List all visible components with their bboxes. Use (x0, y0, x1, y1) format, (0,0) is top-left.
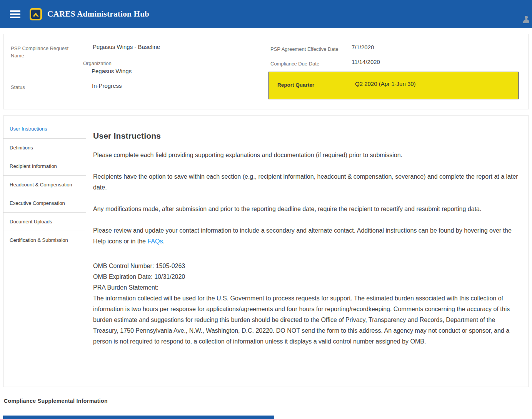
omb-expiration-date: OMB Expiration Date: 10/31/2020 (93, 272, 521, 282)
report-quarter-value: Q2 2020 (Apr 1-Jun 30) (355, 80, 416, 87)
instruction-paragraph-4: Please review and update your contact in… (93, 225, 521, 247)
app-logo-icon (30, 8, 42, 20)
report-form-panel: User Instructions Definitions Recipient … (3, 116, 529, 387)
omb-statement-block: OMB Control Number: 1505-0263 OMB Expira… (93, 261, 521, 347)
instruction-paragraph-2: Recipients have the option to save withi… (93, 171, 521, 193)
report-quarter-highlight: Report Quarter Q2 2020 (Apr 1-Jun 30) (269, 72, 519, 99)
page-title: User Instructions (93, 131, 521, 141)
tab-executive-compensation[interactable]: Executive Compensation (3, 194, 86, 212)
effective-date-label: PSP Agreement Effective Date (270, 45, 339, 53)
supplemental-section-bar[interactable] (3, 416, 274, 419)
report-quarter-label: Report Quarter (277, 82, 314, 88)
request-name-value: Pegasus Wings - Baseline (93, 44, 160, 50)
tab-headcount-compensation[interactable]: Headcount & Compensation (3, 175, 86, 194)
menu-icon[interactable] (10, 10, 20, 18)
menu-bar (10, 10, 20, 12)
instruction-paragraph-3: Any modifications made, after submission… (93, 204, 521, 215)
menu-bar (10, 13, 20, 15)
tab-certification-submission[interactable]: Certification & Submission (3, 231, 86, 249)
supplemental-section-title: Compliance Supplemental Information (4, 398, 532, 404)
pra-burden-text: The information collected will be used f… (93, 293, 521, 347)
menu-bar (10, 17, 20, 18)
faqs-link[interactable]: FAQs (147, 238, 163, 245)
request-name-label: PSP Compliance Request Name (11, 45, 77, 59)
instructions-content: User Instructions Please complete each f… (86, 116, 529, 387)
instruction-paragraph-4-period: . (163, 238, 164, 245)
status-label: Status (11, 84, 25, 91)
compliance-summary-panel: PSP Compliance Request Name Pegasus Wing… (3, 34, 529, 109)
tab-definitions[interactable]: Definitions (3, 138, 86, 157)
app-logo-shield (31, 10, 40, 19)
organization-value: Pegasus Wings (92, 68, 132, 74)
app-title: CARES Administration Hub (47, 9, 149, 19)
organization-label: Organization (83, 60, 112, 67)
tab-recipient-information[interactable]: Recipient Information (3, 157, 86, 175)
pra-burden-label: PRA Burden Statement: (93, 282, 521, 293)
tab-user-instructions[interactable]: User Instructions (3, 120, 86, 138)
instruction-paragraph-1: Please complete each field providing sup… (93, 150, 521, 161)
due-date-value: 11/14/2020 (352, 59, 380, 65)
status-value: In-Progress (92, 82, 122, 89)
due-date-label: Compliance Due Date (270, 60, 319, 67)
effective-date-value: 7/1/2020 (352, 44, 374, 50)
tab-document-uploads[interactable]: Document Uploads (3, 212, 86, 231)
section-tabs: User Instructions Definitions Recipient … (3, 116, 86, 387)
omb-control-number: OMB Control Number: 1505-0263 (93, 261, 521, 272)
app-bar: CARES Administration Hub (0, 0, 532, 28)
logo-chevron-notch (34, 15, 37, 17)
